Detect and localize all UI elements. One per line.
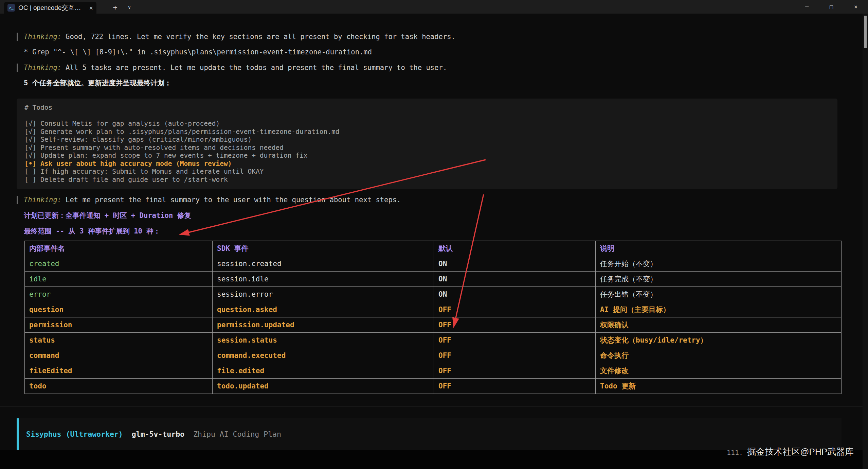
quote-bar xyxy=(17,64,18,72)
events-table: 内部事件名 SDK 事件 默认 说明 created session.creat… xyxy=(24,241,842,394)
new-tab-button[interactable]: + xyxy=(109,2,121,12)
todo-item: [√] Generate work plan to .sisyphus/plan… xyxy=(24,128,837,136)
terminal-tab[interactable]: >_ OC | opencode交互提问事件挡 × xyxy=(4,2,96,14)
content-divider xyxy=(0,406,868,406)
plan-name: Zhipu AI Coding Plan xyxy=(193,430,281,438)
cell-sdk: session.idle xyxy=(213,272,434,287)
thinking-text: All 5 tasks are present. Let me update t… xyxy=(66,64,447,72)
todo-item-active: [•] Ask user about high accuracy mode (M… xyxy=(24,160,837,168)
todos-blank-line xyxy=(24,112,837,120)
thinking-line-1: Thinking:Good, 722 lines. Let me verify … xyxy=(24,32,455,42)
cell-sdk: permission.updated xyxy=(213,317,434,333)
cell-sdk: session.status xyxy=(213,333,434,348)
cell-default: OFF xyxy=(434,302,596,317)
table-row-permission: permission permission.updated OFF 权限确认 xyxy=(25,317,842,333)
table-row-fileEdited: fileEdited file.edited OFF 文件修改 xyxy=(25,363,842,379)
cell-name: idle xyxy=(25,272,213,287)
tab-close-icon[interactable]: × xyxy=(89,4,93,12)
table-row-question: question question.asked OFF AI 提问（主要目标） xyxy=(25,302,842,317)
cell-default: ON xyxy=(434,272,596,287)
tab-dropdown-chevron-icon[interactable]: ∨ xyxy=(124,2,135,12)
minimize-button[interactable]: ─ xyxy=(795,0,819,14)
model-name: glm-5v-turbo xyxy=(132,430,184,438)
table-row-created: created session.created ON 任务开始（不变） xyxy=(25,256,842,272)
todo-item: [√] Self-review: classify gaps (critical… xyxy=(24,136,837,144)
cell-description: 文件修改 xyxy=(596,363,842,379)
cell-sdk: session.created xyxy=(213,256,434,272)
cell-default: OFF xyxy=(434,348,596,363)
cell-description: 任务出错（不变） xyxy=(596,287,842,302)
tab-title: OC | opencode交互提问事件挡 xyxy=(18,3,86,12)
thinking-label: Thinking: xyxy=(24,196,61,204)
quote-bar xyxy=(17,33,18,41)
cell-sdk: command.executed xyxy=(213,348,434,363)
terminal-app-icon: >_ xyxy=(7,4,15,12)
thinking-text: Let me present the final summary to the … xyxy=(66,196,401,204)
cell-description: 命令执行 xyxy=(596,348,842,363)
header-default: 默认 xyxy=(434,241,596,256)
cell-name: status xyxy=(25,333,213,348)
status-message-cn: 5 个任务全部就位。更新进度并呈现最终计划： xyxy=(24,78,171,88)
cell-sdk: question.asked xyxy=(213,302,434,317)
todo-item: [√] Consult Metis for gap analysis (auto… xyxy=(24,120,837,128)
cell-description: 状态变化（busy/idle/retry） xyxy=(596,333,842,348)
thinking-line-2: Thinking:All 5 tasks are present. Let me… xyxy=(24,63,447,73)
todos-panel: # Todos [√] Consult Metis for gap analys… xyxy=(17,99,837,189)
grep-command-text: Grep "^- \[ \] [0-9]+\." in .sisyphus\pl… xyxy=(32,48,372,56)
plan-updated-line: 计划已更新：全事件通知 + 时区 + Duration 修复 xyxy=(24,210,191,221)
scrollbar-track[interactable] xyxy=(863,14,868,469)
cell-name: error xyxy=(25,287,213,302)
session-status-bar: Sisyphus (Ultraworker) glm-5v-turbo Zhip… xyxy=(17,418,842,450)
table-row-status: status session.status OFF 状态变化（busy/idle… xyxy=(25,333,842,348)
cell-sdk: todo.updated xyxy=(213,379,434,394)
table-row-todo: todo todo.updated OFF Todo 更新 xyxy=(25,379,842,394)
cell-name: permission xyxy=(25,317,213,333)
maximize-button[interactable]: □ xyxy=(819,0,844,14)
final-scope-line: 最终范围 -- 从 3 种事件扩展到 10 种： xyxy=(24,226,160,236)
cell-name: created xyxy=(25,256,213,272)
cell-sdk: file.edited xyxy=(213,363,434,379)
agent-name: Sisyphus (Ultraworker) xyxy=(26,430,123,438)
table-row-command: command command.executed OFF 命令执行 xyxy=(25,348,842,363)
quote-bar xyxy=(17,196,18,204)
cell-default: ON xyxy=(434,287,596,302)
todo-item: [√] Update plan: expand scope to 7 new e… xyxy=(24,152,837,160)
thinking-text: Good, 722 lines. Let me verify the key s… xyxy=(66,33,455,41)
scrollbar-thumb[interactable] xyxy=(864,16,867,48)
cell-default: OFF xyxy=(434,333,596,348)
cell-description: Todo 更新 xyxy=(596,379,842,394)
header-internal-event: 内部事件名 xyxy=(25,241,213,256)
cell-default: OFF xyxy=(434,317,596,333)
watermark-row: 111. 掘金技术社区@PHP武器库 xyxy=(727,446,854,458)
cell-default: OFF xyxy=(434,379,596,394)
cell-name: command xyxy=(25,348,213,363)
table-row-idle: idle session.idle ON 任务完成（不变） xyxy=(25,272,842,287)
table-header-row: 内部事件名 SDK 事件 默认 说明 xyxy=(25,241,842,256)
cell-description: 任务开始（不变） xyxy=(596,256,842,272)
grep-tool-line: *Grep "^- \[ \] [0-9]+\." in .sisyphus\p… xyxy=(24,47,372,57)
header-sdk-event: SDK 事件 xyxy=(213,241,434,256)
thinking-label: Thinking: xyxy=(24,33,61,41)
tool-call-icon: * xyxy=(24,48,28,56)
thinking-label: Thinking: xyxy=(24,64,61,72)
todos-title: # Todos xyxy=(24,104,837,112)
header-description: 说明 xyxy=(596,241,842,256)
watermark-text: 掘金技术社区@PHP武器库 xyxy=(747,446,854,458)
close-button[interactable]: × xyxy=(844,0,868,14)
window-controls: ─ □ × xyxy=(795,0,868,14)
partial-number: 111. xyxy=(727,448,743,456)
table-row-error: error session.error ON 任务出错（不变） xyxy=(25,287,842,302)
todo-item: [ ] Delete draft file and guide user to … xyxy=(24,176,837,184)
cell-description: 权限确认 xyxy=(596,317,842,333)
todo-item: [√] Present summary with auto-resolved i… xyxy=(24,144,837,152)
cell-name: todo xyxy=(25,379,213,394)
cell-default: OFF xyxy=(434,363,596,379)
cell-name: question xyxy=(25,302,213,317)
cell-default: ON xyxy=(434,256,596,272)
cell-description: AI 提问（主要目标） xyxy=(596,302,842,317)
thinking-line-3: Thinking:Let me present the final summar… xyxy=(24,195,401,205)
cell-sdk: session.error xyxy=(213,287,434,302)
titlebar: >_ OC | opencode交互提问事件挡 × + ∨ ─ □ × xyxy=(0,0,868,14)
todo-item: [ ] If high accuracy: Submit to Momus an… xyxy=(24,168,837,176)
cell-name: fileEdited xyxy=(25,363,213,379)
